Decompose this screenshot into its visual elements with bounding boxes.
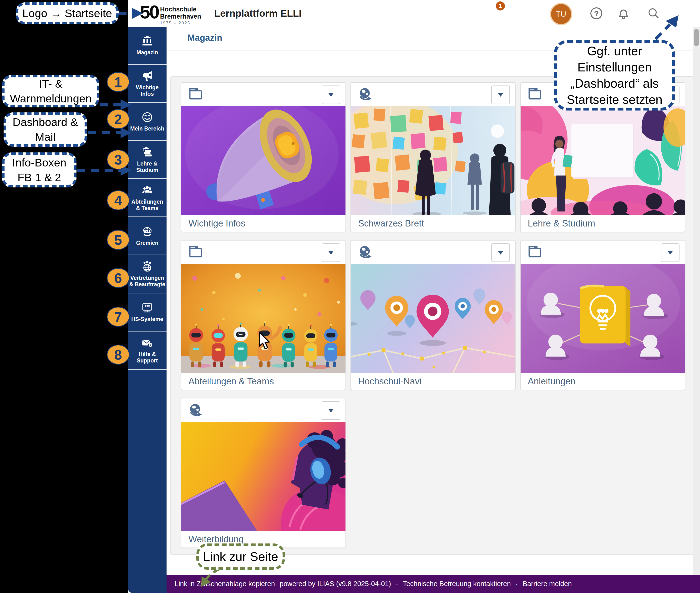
card-schwarzes-brett[interactable]: Schwarzes Brett xyxy=(351,82,516,232)
annotation-number-2: 2 xyxy=(107,109,130,129)
card-actions-dropdown[interactable] xyxy=(322,85,340,104)
sidebar-item-label: Abteilungen & Teams xyxy=(128,199,167,211)
search-icon[interactable] xyxy=(647,7,660,20)
footer-bar: Link in Zwischenablage kopieren powered … xyxy=(167,575,700,593)
sidebar-item-label: Gremien xyxy=(135,240,159,246)
card-weiterbildung[interactable]: Weiterbildung xyxy=(181,398,346,548)
callout-line: Mail xyxy=(35,129,56,144)
folder-icon xyxy=(188,245,203,258)
card-actions-dropdown[interactable] xyxy=(491,85,510,104)
callout-dashboard-startseite: Ggf. unter Einstellungen „Dashboard“ als… xyxy=(554,40,675,111)
chevron-down-icon xyxy=(328,251,334,254)
sidebar-item-label: Hilfe & Support xyxy=(128,351,167,364)
card-title: Hochschul-Navi xyxy=(351,373,515,390)
card-image-headphones xyxy=(181,422,345,531)
callout-line: FB 1 & 2 xyxy=(17,170,61,185)
sidebar-item-magazin[interactable]: Magazin xyxy=(128,27,167,65)
sidebar-item-label: HS-Systeme xyxy=(130,316,164,322)
monitor-icon xyxy=(141,302,153,314)
card-actions-dropdown[interactable] xyxy=(661,243,679,262)
annotation-number-3: 3 xyxy=(107,150,130,169)
chevron-down-icon xyxy=(328,93,334,97)
card-wichtige-infos[interactable]: Wichtige Infos xyxy=(181,82,346,232)
chevron-down-icon xyxy=(668,251,673,254)
card-title: Anleitungen xyxy=(521,373,685,390)
card-title: Wichtige Infos xyxy=(181,215,345,232)
annotation-number-1: 1 xyxy=(107,72,130,92)
callout-text: Logo → Startseite xyxy=(23,6,112,21)
sidebar-item-vertretungen[interactable]: Vertretungen & Beauftragte xyxy=(128,255,167,293)
folder-icon xyxy=(188,87,203,100)
sidebar-item-hs-systeme[interactable]: HS-Systeme xyxy=(128,293,167,331)
breadcrumb[interactable]: Magazin xyxy=(187,33,222,43)
scrollbar-thumb[interactable] xyxy=(694,29,699,46)
card-title: Abteilungen & Teams xyxy=(181,373,345,390)
sidebar: Magazin Wichtige Infos Mein Bereich Lehr… xyxy=(128,27,167,593)
footer-support-link[interactable]: Technische Betreuung kontaktieren xyxy=(403,580,511,588)
callout-text: Link zur Seite xyxy=(203,549,278,564)
card-anleitungen[interactable]: Anleitungen xyxy=(520,240,685,390)
chevron-down-icon xyxy=(498,251,503,254)
callout-it-warnmeldungen: IT- & Warnmeldungen xyxy=(2,75,99,108)
logo-years: 1975 – 2025 xyxy=(160,21,201,26)
card-actions-dropdown[interactable] xyxy=(322,401,340,420)
sidebar-item-wichtige-infos[interactable]: Wichtige Infos xyxy=(128,65,167,103)
notification-badge: 1 xyxy=(496,1,505,10)
weblink-icon xyxy=(358,245,373,260)
card-actions-dropdown[interactable] xyxy=(491,243,510,262)
card-abteilungen-teams[interactable]: Abteilungen & Teams xyxy=(181,240,346,390)
card-image-megaphone xyxy=(181,106,345,215)
callout-line: Einstellungen xyxy=(577,59,652,75)
university-logo[interactable]: 50 Hochschule Bremerhaven 1975 – 2025 xyxy=(140,2,201,26)
card-image-presentation xyxy=(521,106,685,215)
sidebar-item-abteilungen-teams[interactable]: Abteilungen & Teams xyxy=(128,179,167,217)
card-image-robots xyxy=(181,264,345,373)
footer-copy-link[interactable]: Link in Zwischenablage kopieren xyxy=(175,580,275,588)
books-icon xyxy=(141,146,153,158)
card-title: Lehre & Studium xyxy=(521,215,685,232)
footer-barrier-link[interactable]: Barriere melden xyxy=(523,580,572,588)
notifications-bell-icon[interactable] xyxy=(617,7,630,20)
sidebar-item-label: Vertretungen & Beauftragte xyxy=(128,275,167,288)
weblink-icon xyxy=(188,403,203,418)
logo-name-line1: Hochschule xyxy=(160,6,201,13)
callout-dashboard-mail: Dashboard & Mail xyxy=(4,112,87,147)
callout-line: Warnmeldungen xyxy=(10,91,91,106)
scrollbar-track xyxy=(693,27,700,575)
sidebar-item-hilfe-support[interactable]: ? Hilfe & Support xyxy=(128,331,167,369)
folder-icon xyxy=(527,245,542,258)
help-icon[interactable]: ? xyxy=(590,7,603,20)
avatar[interactable]: TU xyxy=(550,3,572,25)
callout-line: Startseite setzten xyxy=(567,91,663,108)
logo-name-line2: Bremerhaven xyxy=(160,13,201,20)
page-title: Lernplattform ELLI xyxy=(214,8,302,19)
callout-line: Dashboard & xyxy=(13,115,78,129)
card-image-lightbulb xyxy=(521,264,685,373)
callout-line: Info-Boxen xyxy=(12,155,66,170)
svg-text:?: ? xyxy=(594,9,599,18)
callout-link-zur-seite: Link zur Seite xyxy=(196,544,285,570)
top-header: 50 Hochschule Bremerhaven 1975 – 2025 Le… xyxy=(128,0,700,27)
annotation-number-7: 7 xyxy=(107,307,130,327)
annotation-number-4: 4 xyxy=(107,190,130,210)
annotation-number-8: 8 xyxy=(107,345,130,365)
card-actions-dropdown[interactable] xyxy=(322,243,340,262)
mail-help-icon: ? xyxy=(141,337,153,349)
logo-50: 50 xyxy=(140,2,159,22)
sidebar-item-label: Magazin xyxy=(136,49,159,56)
card-image-sticky-notes xyxy=(351,106,515,215)
sidebar-item-label: Lehre & Studium xyxy=(128,160,167,173)
callout-info-boxen: Info-Boxen FB 1 & 2 xyxy=(2,152,76,188)
chevron-down-icon xyxy=(498,93,503,97)
megaphone-icon xyxy=(141,70,153,82)
card-image-map-pins xyxy=(351,264,515,373)
callout-line: IT- & xyxy=(39,76,63,91)
bank-icon xyxy=(141,35,153,47)
footer-separator: · xyxy=(516,580,518,588)
card-hochschul-navi[interactable]: Hochschul-Navi xyxy=(351,240,516,390)
sidebar-item-gremien[interactable]: Gremien xyxy=(128,217,167,255)
sidebar-item-lehre-studium[interactable]: Lehre & Studium xyxy=(128,141,167,179)
footer-separator: · xyxy=(396,580,398,588)
sidebar-item-mein-bereich[interactable]: Mein Bereich xyxy=(128,103,167,141)
annotation-number-6: 6 xyxy=(107,268,130,288)
